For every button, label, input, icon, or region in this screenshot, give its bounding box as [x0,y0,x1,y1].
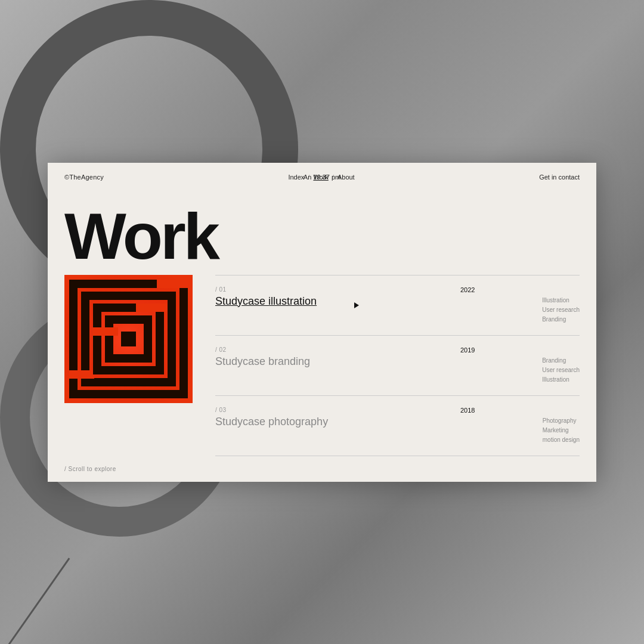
case-number-2: / 02 [215,346,460,353]
content-area: / 01 Studycase illustration 2022 Illustr… [64,275,580,456]
illustration-image [64,275,193,403]
tag-2-0: Branding [542,356,580,366]
maze-svg [64,275,193,403]
case-year-1: 2022 [460,286,475,293]
page-title: Work [64,203,580,269]
case-year-2: 2019 [460,346,475,354]
cursor-arrow [354,302,359,308]
contact-button[interactable]: Get in contact [539,174,580,181]
svg-rect-7 [136,304,167,312]
case-meta-2: 2019 Branding User research Illustration [460,346,580,385]
case-item-3[interactable]: / 03 Studycase photography 2018 Photogra… [215,396,580,456]
tag-3-2: motion design [543,435,580,445]
case-tags-1: Illustration User research Branding [542,296,580,324]
svg-rect-3 [157,280,188,288]
image-column [64,275,199,456]
main-content: Work [48,191,596,456]
tag-1-2: Branding [542,315,580,324]
case-title-3[interactable]: Studycase photography [215,416,460,428]
time-display: An 19:37 pm [304,174,340,181]
svg-rect-5 [69,370,94,379]
case-item-2[interactable]: / 02 Studycase branding 2019 Branding Us… [215,336,580,396]
case-main-3: / 03 Studycase photography [215,407,460,428]
nav-item-index[interactable]: Index [288,174,304,181]
list-column: / 01 Studycase illustration 2022 Illustr… [199,275,580,456]
tag-1-1: User research [542,305,580,315]
tag-3-0: Photography [543,416,580,426]
case-main-1: / 01 Studycase illustration [215,286,460,308]
header: ©TheAgency Index / Work / About An 19:37… [48,163,596,191]
tag-2-2: Illustration [542,375,580,385]
tag-1-0: Illustration [542,296,580,305]
svg-rect-9 [93,327,118,336]
main-card: ©TheAgency Index / Work / About An 19:37… [48,163,596,482]
case-number-3: / 03 [215,407,460,413]
case-year-3: 2018 [460,407,475,414]
footer: / Scroll to explore [48,456,596,482]
tag-2-1: User research [542,366,580,375]
svg-rect-10 [121,332,136,346]
case-main-2: / 02 Studycase branding [215,346,460,368]
tag-3-1: Marketing [543,426,580,435]
case-meta-1: 2022 Illustration User research Branding [460,286,580,324]
brand-label: ©TheAgency [64,174,104,181]
case-title-2[interactable]: Studycase branding [215,355,460,368]
case-meta-3: 2018 Photography Marketing motion design [460,407,580,445]
scroll-hint: / Scroll to explore [64,466,116,472]
case-title-1[interactable]: Studycase illustration [215,295,460,308]
case-item-1[interactable]: / 01 Studycase illustration 2022 Illustr… [215,275,580,336]
case-tags-3: Photography Marketing motion design [543,416,580,445]
case-tags-2: Branding User research Illustration [542,356,580,385]
case-number-1: / 01 [215,286,460,293]
